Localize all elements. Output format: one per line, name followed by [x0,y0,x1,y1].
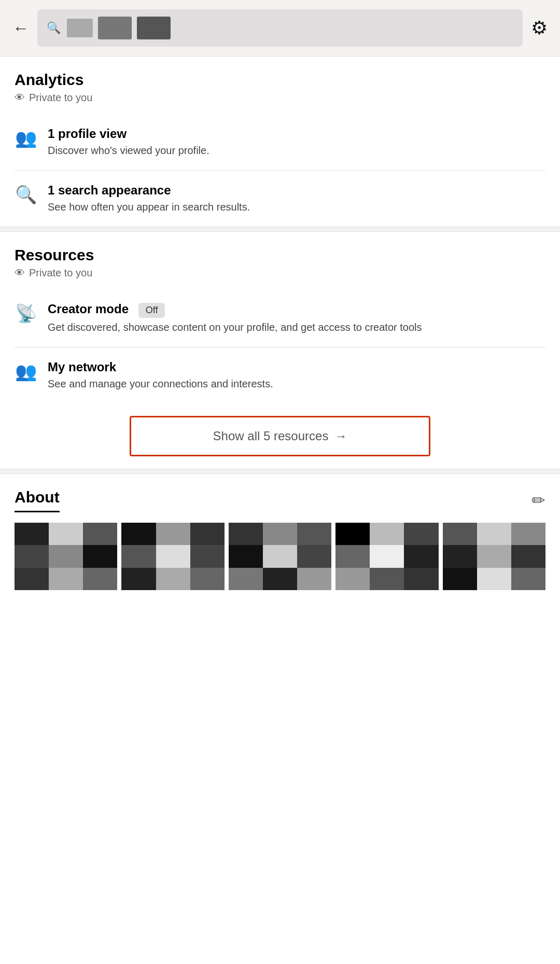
creator-mode-item[interactable]: 📡 Creator mode Off Get discovered, showc… [15,289,545,347]
section-divider-1 [0,227,560,232]
about-title-underline [15,511,60,512]
search-block-1 [67,19,93,37]
profile-view-title: 1 profile view [48,127,209,141]
about-title: About [15,488,60,506]
top-navigation: ← 🔍 ⚙ [0,0,560,57]
analytics-private-text: Private to you [29,92,92,104]
creator-mode-title: Creator mode Off [48,302,422,318]
analytics-eye-icon: 👁 [15,92,25,104]
my-network-icon: 👥 [15,361,37,382]
show-all-container: Show all 5 resources → [0,403,560,469]
about-image-4 [335,523,438,590]
about-image-5 [443,523,545,590]
search-block-3 [137,17,171,39]
about-images-grid [15,523,545,590]
show-all-label: Show all 5 resources [213,429,329,443]
about-title-wrapper: About [15,488,60,512]
resources-private-label: 👁 Private to you [15,267,545,279]
search-appearance-title: 1 search appearance [48,183,250,198]
back-button[interactable]: ← [12,20,29,36]
creator-mode-icon: 📡 [15,303,37,324]
search-bar[interactable]: 🔍 [37,9,523,47]
search-appearance-desc: See how often you appear in search resul… [48,200,250,214]
analytics-private-label: 👁 Private to you [15,92,545,104]
search-block-2 [98,17,132,39]
my-network-content: My network See and manage your connectio… [48,360,273,391]
creator-mode-desc: Get discovered, showcase content on your… [48,320,422,334]
about-image-1 [15,523,117,590]
my-network-desc: See and manage your connections and inte… [48,376,273,391]
resources-title: Resources [15,246,545,264]
profile-view-icon: 👥 [15,128,37,148]
about-image-3 [229,523,331,590]
search-appearance-content: 1 search appearance See how often you ap… [48,183,250,214]
creator-mode-badge: Off [138,303,165,318]
analytics-section: Analytics 👁 Private to you 👥 1 profile v… [0,57,560,227]
creator-mode-content: Creator mode Off Get discovered, showcas… [48,302,422,334]
analytics-title: Analytics [15,71,545,89]
resources-private-text: Private to you [29,267,92,279]
section-divider-2 [0,469,560,474]
profile-view-stat[interactable]: 👥 1 profile view Discover who's viewed y… [15,114,545,171]
about-section: About ✏ [0,474,560,590]
about-edit-button[interactable]: ✏ [531,491,545,510]
show-all-resources-button[interactable]: Show all 5 resources → [130,416,430,456]
profile-view-content: 1 profile view Discover who's viewed you… [48,127,209,158]
profile-view-desc: Discover who's viewed your profile. [48,143,209,158]
about-image-2 [121,523,224,590]
resources-eye-icon: 👁 [15,267,25,279]
show-all-arrow-icon: → [334,429,347,443]
my-network-item[interactable]: 👥 My network See and manage your connect… [15,347,545,403]
about-header: About ✏ [15,488,545,512]
search-placeholder-blocks [67,17,171,39]
my-network-title: My network [48,360,273,374]
resources-section: Resources 👁 Private to you 📡 Creator mod… [0,232,560,403]
search-appearance-icon: 🔍 [15,184,37,205]
settings-icon[interactable]: ⚙ [531,17,548,39]
search-icon: 🔍 [47,21,61,35]
search-appearance-stat[interactable]: 🔍 1 search appearance See how often you … [15,171,545,227]
